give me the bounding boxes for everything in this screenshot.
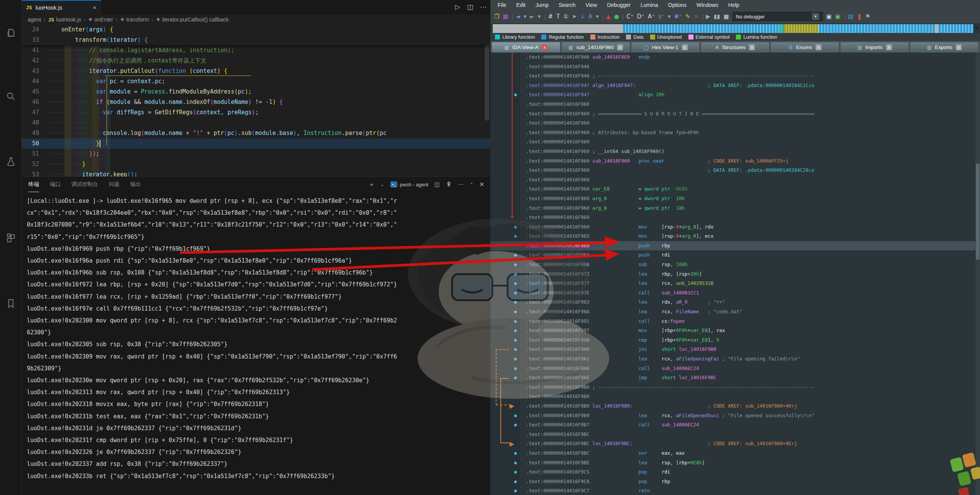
jump-down-icon[interactable]: ↓ xyxy=(580,14,585,20)
run-debug-icon[interactable] xyxy=(0,152,21,171)
ida-legend: Library functionRegular functionInstruct… xyxy=(490,33,980,41)
kill-terminal-icon[interactable] xyxy=(446,181,452,188)
pause-process-icon[interactable]: ▮▮ xyxy=(714,14,720,20)
code-editor[interactable]: 41············// console.log(startAddres… xyxy=(21,25,490,176)
step-trace-icon[interactable]: ▣ xyxy=(835,14,841,20)
disasm-line: .text:000000014016F9C6 pop rbp xyxy=(490,477,975,487)
bookmark-icon[interactable] xyxy=(0,294,21,313)
ida-tab-imports[interactable]: ▥Importsx xyxy=(840,42,909,53)
menu-help[interactable]: Help xyxy=(723,2,744,8)
lumina-icon[interactable]: ● xyxy=(614,14,619,20)
maximize-panel-icon[interactable]: ⌃ xyxy=(470,182,473,187)
instruction-dot xyxy=(514,490,517,492)
extensions-icon[interactable] xyxy=(0,229,21,248)
split-editor-button[interactable]: ◫ xyxy=(467,3,473,11)
breadcrumb-item[interactable]: ❖onEnter xyxy=(88,16,113,23)
menu-windows[interactable]: Windows xyxy=(692,2,723,8)
menu-options[interactable]: Options xyxy=(663,2,692,8)
breadcrumb-item[interactable]: ❖transform xyxy=(120,16,149,23)
separator: | xyxy=(702,14,702,20)
breadcrumb-item[interactable]: agent xyxy=(28,16,41,23)
ida-tab-structures[interactable]: AStructuresx xyxy=(701,42,770,53)
stop-process-icon[interactable]: ■ xyxy=(724,14,729,20)
menu-search[interactable]: Search xyxy=(554,2,580,8)
disasm-line: .text:000000014016F960 arg_0 = dword ptr… xyxy=(490,194,975,204)
tab-luohook-js[interactable]: JS luoHook.js × xyxy=(21,0,101,14)
panel-tab-端口[interactable]: 端口 xyxy=(50,177,61,192)
terminal-output[interactable]: [Local::luoDst.exe ]-> luoDst.exe!0x16f9… xyxy=(27,195,489,495)
debugger-select[interactable]: No debugger▼ xyxy=(733,12,823,21)
make-string-icon[interactable]: s⁺ xyxy=(658,14,664,20)
panel-tab-问题[interactable]: 问题 xyxy=(109,177,120,192)
back-icon[interactable]: ◄ xyxy=(516,14,520,20)
more-actions-icon[interactable]: ⋯ xyxy=(458,181,464,188)
menu-lumina[interactable]: Lumina xyxy=(636,2,663,8)
save-icon[interactable]: ▦ xyxy=(503,14,508,20)
files-icon[interactable] xyxy=(0,23,21,42)
colors-dropdown-icon[interactable]: ▾ xyxy=(596,14,599,20)
ida-tab-sub_14016f960[interactable]: ▤sub_14016F960x xyxy=(561,42,630,53)
panel-tab-调试控制台[interactable]: 调试控制台 xyxy=(71,177,98,192)
separator: | xyxy=(844,14,844,20)
ida-tab-hex-view-1[interactable]: ◯Hex View-1x xyxy=(631,42,700,53)
disassembly-view[interactable]: .text:000000014016F946 sub_14016F8E0 end… xyxy=(490,53,975,495)
start-process-icon[interactable]: ▶ xyxy=(706,14,711,20)
breakpoint-icon[interactable]: ❚ xyxy=(857,14,862,20)
make-array-icon[interactable]: ✱⁺ xyxy=(674,14,682,20)
separator: | xyxy=(602,14,603,20)
ida-tab-ida-view-a[interactable]: ▤IDA View-Ax xyxy=(492,42,560,53)
code-line: 45··············var module = Process.fin… xyxy=(21,87,490,97)
new-terminal-button[interactable]: ＋ xyxy=(369,181,374,188)
sticky-scroll: 24 onEnter(args) {33 transform(iterator)… xyxy=(21,25,490,45)
ida-navigation-band[interactable] xyxy=(492,24,974,33)
forward-dropdown-icon[interactable]: ▾ xyxy=(538,14,541,20)
terminal-dropdown-icon[interactable]: ⌄ xyxy=(380,182,384,187)
menu-view[interactable]: View xyxy=(580,2,602,8)
string-dropdown-icon[interactable]: ▾ xyxy=(668,14,671,20)
search-icon[interactable] xyxy=(0,87,21,106)
edit-icon[interactable]: ✎ xyxy=(685,14,690,20)
breadcrumb-item[interactable]: ❖iterator.putCallout() callback xyxy=(156,16,228,23)
menu-file[interactable]: File xyxy=(493,2,511,8)
close-panel-icon[interactable]: ✕ xyxy=(479,181,484,188)
database-icon[interactable]: ▤ xyxy=(848,14,854,20)
jump-icon[interactable]: ➤ xyxy=(572,14,577,20)
jump-flow-line-dashed xyxy=(496,349,497,405)
disasm-line: .text:000000014016F9B0 ; ---------------… xyxy=(490,383,975,392)
close-tab-icon[interactable]: × xyxy=(93,4,96,11)
band-right-arrow[interactable]: ▶ xyxy=(976,25,979,30)
open-file-icon[interactable]: ❐ xyxy=(494,14,499,20)
make-data-icon[interactable]: D⁺ xyxy=(637,14,644,20)
undefine-icon[interactable]: ✕ xyxy=(694,14,699,20)
split-terminal-icon[interactable]: ◫ xyxy=(434,181,440,188)
search-binary-icon[interactable]: ① xyxy=(563,14,568,20)
forward-icon[interactable]: ► xyxy=(530,14,534,20)
breadcrumb-item[interactable]: JSluoHook.js xyxy=(48,16,81,23)
more-actions-button[interactable]: ⋯ xyxy=(480,3,487,11)
run-file-button[interactable]: ▷ xyxy=(455,3,460,11)
menu-edit[interactable]: Edit xyxy=(511,2,531,8)
back-dropdown-icon[interactable]: ▾ xyxy=(524,14,527,20)
colors-icon[interactable]: A xyxy=(588,14,592,20)
disasm-line: .text:000000014016F960 ; ===============… xyxy=(490,109,975,119)
menu-jump[interactable]: Jump xyxy=(531,2,554,8)
search-immediate-icon[interactable]: # xyxy=(548,14,553,20)
problems-icon[interactable]: ▲ xyxy=(606,14,611,20)
ida-scrollbar[interactable] xyxy=(975,53,980,495)
attach-icon[interactable]: ⚑ xyxy=(865,14,870,20)
ida-tab-exports[interactable]: ▧Exportsx xyxy=(910,42,979,53)
make-code-icon[interactable]: C⁺ xyxy=(626,14,633,20)
search-text-icon[interactable]: T xyxy=(556,14,560,20)
disasm-line: .text:000000014016F947 align 20h xyxy=(490,90,975,100)
tracing-icon[interactable]: ▣ xyxy=(826,14,832,20)
disasm-line: .text:000000014016F960 var_E8 = qword pt… xyxy=(490,184,975,194)
breadcrumb[interactable]: agent›JSluoHook.js›❖onEnter›❖transform›❖… xyxy=(21,15,490,25)
make-name-icon[interactable]: A⁺ xyxy=(648,14,655,20)
ida-tab-enums[interactable]: ☰Enumsx xyxy=(770,42,839,53)
disasm-line: .text:000000014016F997 mov [rbp+0F0h+var… xyxy=(490,326,975,335)
menu-debugger[interactable]: Debugger xyxy=(602,2,636,8)
terminal-line: luoDst.exe!0x202300 mov qword ptr [rsp +… xyxy=(27,315,489,327)
panel-tab-终端[interactable]: 终端 xyxy=(28,177,39,192)
panel-tab-输出[interactable]: 输出 xyxy=(130,177,141,192)
terminal-session[interactable]: >_ pwsh - agent xyxy=(390,181,428,187)
